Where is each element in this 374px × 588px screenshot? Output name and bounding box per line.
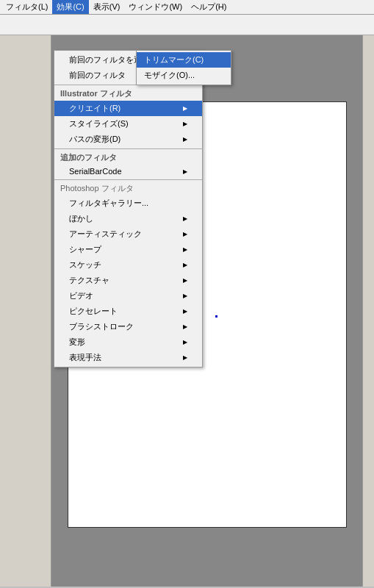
texture-arrow-icon: ▶ bbox=[183, 277, 187, 284]
sketch-arrow-icon: ▶ bbox=[183, 262, 187, 268]
menu-item-filter-gallery[interactable]: フィルタギャラリー... bbox=[54, 196, 202, 211]
left-panel bbox=[0, 35, 51, 587]
expression-arrow-icon: ▶ bbox=[183, 354, 187, 361]
menu-item-create[interactable]: クリエイト(R) ▶ bbox=[54, 101, 202, 116]
artistic-arrow-icon: ▶ bbox=[183, 231, 187, 237]
menu-bar: フィルタ(L) 効果(C) 表示(V) ウィンドウ(W) ヘルプ(H) bbox=[0, 0, 374, 15]
menu-item-blur[interactable]: ぼかし ▶ bbox=[54, 211, 202, 226]
menu-item-pixelate[interactable]: ピクセレート ▶ bbox=[54, 304, 202, 319]
separator-2 bbox=[54, 148, 202, 149]
menu-item-transform[interactable]: 変形 ▶ bbox=[54, 334, 202, 350]
menu-window[interactable]: ウィンドウ(W) bbox=[124, 0, 187, 14]
add-filter-label: 追加のフィルタ bbox=[54, 151, 202, 165]
main-area: 前回のフィルタを適用 Ctrl+E 前回のフィルタ Alt+Ctrl+E Ill… bbox=[0, 35, 374, 587]
menu-item-texture[interactable]: テクスチャ ▶ bbox=[54, 273, 202, 288]
menu-item-sharp[interactable]: シャープ ▶ bbox=[54, 242, 202, 257]
menu-item-stylize[interactable]: スタイライズ(S) ▶ bbox=[54, 116, 202, 132]
blur-arrow-icon: ▶ bbox=[183, 215, 187, 222]
menu-item-artistic[interactable]: アーティスティック ▶ bbox=[54, 226, 202, 242]
stylize-arrow-icon: ▶ bbox=[183, 121, 187, 127]
canvas-dot bbox=[215, 315, 217, 318]
illustrator-filter-label: Illustrator フィルタ bbox=[54, 87, 202, 101]
create-submenu: トリムマーク(C) モザイク(O)... bbox=[136, 50, 231, 85]
separator-3 bbox=[54, 179, 202, 180]
menu-item-video[interactable]: ビデオ ▶ bbox=[54, 288, 202, 304]
transform-arrow-icon: ▶ bbox=[183, 339, 187, 345]
menu-effect[interactable]: 効果(C) bbox=[52, 0, 88, 14]
video-arrow-icon: ▶ bbox=[183, 293, 187, 299]
sharp-arrow-icon: ▶ bbox=[183, 246, 187, 253]
pixelate-arrow-icon: ▶ bbox=[183, 308, 187, 315]
brushstroke-arrow-icon: ▶ bbox=[183, 323, 187, 330]
menu-item-sketch[interactable]: スケッチ ▶ bbox=[54, 257, 202, 273]
menu-filter[interactable]: フィルタ(L) bbox=[1, 0, 52, 14]
menu-help[interactable]: ヘルプ(H) bbox=[187, 0, 231, 14]
photoshop-filter-label: Photoshop フィルタ bbox=[54, 182, 202, 196]
menu-item-serialbarcode[interactable]: SerialBarCode ▶ bbox=[54, 165, 202, 178]
toolbar bbox=[0, 15, 374, 35]
submenu-item-mosaic[interactable]: モザイク(O)... bbox=[137, 68, 231, 83]
path-transform-arrow-icon: ▶ bbox=[183, 136, 187, 143]
submenu-item-trim-mark[interactable]: トリムマーク(C) bbox=[137, 52, 231, 68]
serialbarcode-arrow-icon: ▶ bbox=[183, 168, 187, 175]
menu-view[interactable]: 表示(V) bbox=[89, 0, 125, 14]
create-arrow-icon: ▶ bbox=[183, 105, 187, 112]
menu-item-brushstroke[interactable]: ブラシストローク ▶ bbox=[54, 319, 202, 334]
menu-item-expression[interactable]: 表現手法 ▶ bbox=[54, 350, 202, 365]
menu-item-path-transform[interactable]: パスの変形(D) ▶ bbox=[54, 132, 202, 147]
scrollbar-right[interactable] bbox=[362, 35, 374, 587]
effects-menu: 前回のフィルタを適用 Ctrl+E 前回のフィルタ Alt+Ctrl+E Ill… bbox=[54, 50, 203, 368]
